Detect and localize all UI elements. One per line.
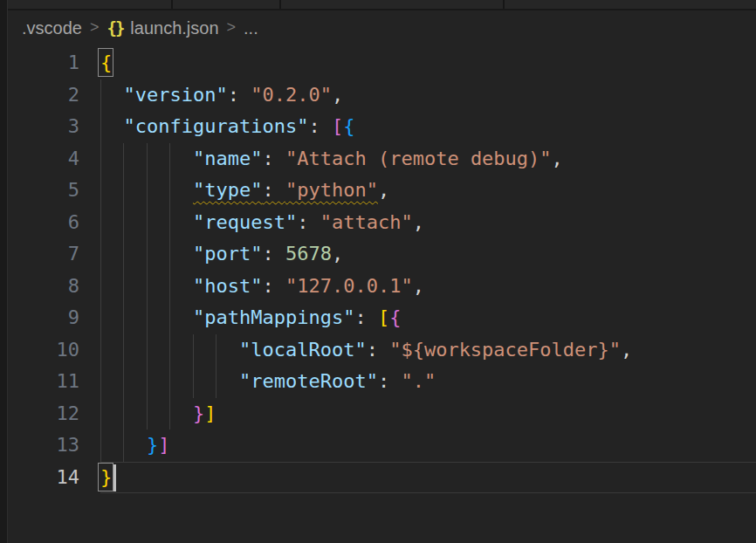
line-number[interactable]: 10 xyxy=(8,334,79,367)
indent-guide xyxy=(123,334,124,367)
tab-divider xyxy=(171,0,173,9)
code-line[interactable]: 12 }] xyxy=(8,398,756,430)
indent-guide xyxy=(169,271,170,303)
line-number[interactable]: 12 xyxy=(8,398,79,430)
code-token: "remoteRoot" xyxy=(239,370,378,392)
breadcrumb-item-folder[interactable]: .vscode xyxy=(22,18,82,38)
indent-guide xyxy=(147,207,148,239)
code-line[interactable]: 10 "localRoot": "${workspaceFolder}", xyxy=(8,334,756,367)
line-number[interactable]: 4 xyxy=(8,143,79,175)
code-token: "version" xyxy=(124,84,228,106)
code-token: 5678 xyxy=(285,243,332,265)
line-number[interactable]: 8 xyxy=(8,271,79,303)
code-line-content[interactable]: "request": "attach", xyxy=(100,207,756,239)
code-token: "port" xyxy=(193,243,262,265)
indent-guide xyxy=(100,366,101,398)
breadcrumb-item-symbol-picker[interactable]: ... xyxy=(244,18,258,38)
code-token: , xyxy=(413,211,424,233)
indent-guide xyxy=(169,143,170,175)
indent-whitespace xyxy=(100,84,124,106)
line-number[interactable]: 6 xyxy=(8,207,79,239)
line-number[interactable]: 13 xyxy=(8,430,79,462)
indent-guide xyxy=(123,238,124,271)
indent-guide xyxy=(123,175,124,207)
code-line[interactable]: 8 "host": "127.0.0.1", xyxy=(8,271,756,303)
code-token: "localRoot" xyxy=(239,339,367,361)
code-token: "127.0.0.1" xyxy=(285,275,413,297)
breadcrumb-item-file[interactable]: launch.json xyxy=(130,18,218,38)
code-line-content[interactable]: }] xyxy=(100,398,756,430)
code-line-content[interactable]: "remoteRoot": "." xyxy=(100,366,756,398)
code-token: "." xyxy=(401,370,436,392)
vscode-editor-window: .vscode > {} launch.json > ... 1{2 "vers… xyxy=(0,0,756,543)
code-line[interactable]: 3 "configurations": [{ xyxy=(8,111,756,143)
line-number[interactable]: 9 xyxy=(8,302,79,334)
code-line-content[interactable]: { xyxy=(100,47,756,79)
code-token: ] xyxy=(204,402,216,424)
code-line-content[interactable]: "name": "Attach (remote debug)", xyxy=(100,143,756,175)
code-line[interactable]: 13 }] xyxy=(8,430,756,462)
code-line-content[interactable]: "type": "python", xyxy=(100,175,756,207)
code-token: "type" xyxy=(193,179,262,201)
code-token: { xyxy=(343,115,354,137)
code-token: : xyxy=(297,211,320,233)
line-number[interactable]: 5 xyxy=(8,175,79,207)
code-line[interactable]: 5 "type": "python", xyxy=(8,175,756,207)
line-number[interactable]: 11 xyxy=(8,366,79,398)
tab-divider xyxy=(279,0,281,9)
code-line-content[interactable]: }] xyxy=(100,430,756,462)
line-number[interactable]: 1 xyxy=(8,47,79,79)
code-line-content[interactable]: "version": "0.2.0", xyxy=(100,79,756,112)
line-number[interactable]: 3 xyxy=(8,111,79,143)
code-token: "configurations" xyxy=(124,115,309,137)
indent-guide xyxy=(147,271,148,303)
code-line[interactable]: 11 "remoteRoot": "." xyxy=(8,366,756,398)
line-number[interactable]: 14 xyxy=(8,462,79,494)
code-line[interactable]: 9 "pathMappings": [{ xyxy=(8,302,756,334)
code-token: [ xyxy=(332,115,343,137)
code-token: } xyxy=(100,466,112,488)
indent-guide xyxy=(100,79,101,112)
code-token: , xyxy=(413,275,424,297)
code-line-content[interactable]: "localRoot": "${workspaceFolder}", xyxy=(100,334,756,367)
code-line[interactable]: 4 "name": "Attach (remote debug)", xyxy=(8,143,756,175)
code-token: "python" xyxy=(285,179,378,201)
indent-guide xyxy=(216,334,216,367)
code-token: , xyxy=(378,179,389,201)
indent-guide xyxy=(100,430,101,462)
code-line-content[interactable]: "port": 5678, xyxy=(100,238,756,271)
code-line-content[interactable]: "host": "127.0.0.1", xyxy=(100,271,756,303)
code-token: "0.2.0" xyxy=(251,84,332,106)
indent-guide xyxy=(100,334,101,367)
code-editor[interactable]: 1{2 "version": "0.2.0",3 "configurations… xyxy=(8,47,756,493)
code-line[interactable]: 2 "version": "0.2.0", xyxy=(8,79,756,112)
code-token: : xyxy=(308,115,332,137)
code-token: : xyxy=(262,243,285,265)
indent-guide xyxy=(123,207,124,239)
code-token: "attach" xyxy=(320,211,413,233)
line-number[interactable]: 7 xyxy=(8,238,79,271)
indent-whitespace xyxy=(100,115,124,137)
code-token: "Attach (remote debug)" xyxy=(285,148,552,169)
indent-guide xyxy=(147,366,148,398)
indent-guide xyxy=(100,207,101,239)
code-token: "name" xyxy=(193,148,262,169)
code-token: "pathMappings" xyxy=(193,306,354,328)
code-line[interactable]: 1{ xyxy=(8,47,756,79)
code-token: } xyxy=(193,402,204,424)
code-line[interactable]: 6 "request": "attach", xyxy=(8,207,756,239)
code-line-content[interactable]: "pathMappings": [{ xyxy=(100,302,756,334)
line-number[interactable]: 2 xyxy=(8,79,79,112)
indent-guide xyxy=(100,238,101,271)
indent-guide xyxy=(123,366,124,398)
code-line[interactable]: 14} xyxy=(8,462,756,494)
code-line-content[interactable]: } xyxy=(100,462,756,494)
code-token: : xyxy=(262,148,285,169)
code-line[interactable]: 7 "port": 5678, xyxy=(8,238,756,271)
indent-guide xyxy=(123,430,124,462)
indent-guide xyxy=(147,143,148,175)
tab-bar-strip[interactable] xyxy=(8,0,756,10)
code-line-content[interactable]: "configurations": [{ xyxy=(100,111,756,143)
indent-guide xyxy=(100,111,101,143)
breadcrumb: .vscode > {} launch.json > ... xyxy=(8,12,756,44)
